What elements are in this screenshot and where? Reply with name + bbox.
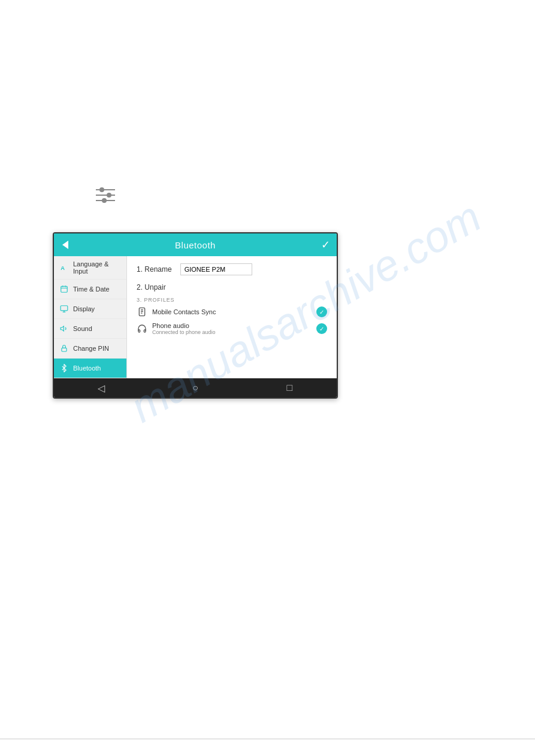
unpair-row[interactable]: 2. Unpair	[137, 281, 327, 292]
sidebar-label-language: Language & Input	[73, 260, 122, 275]
unpair-label[interactable]: 2. Unpair	[137, 283, 166, 292]
svg-text:A: A	[61, 265, 65, 271]
equalizer-icon-area	[95, 184, 116, 206]
sidebar-item-language[interactable]: A Language & Input	[54, 256, 126, 280]
display-icon	[59, 303, 69, 314]
sidebar-label-pin: Change PIN	[73, 345, 109, 352]
top-bar: Bluetooth ✓	[54, 233, 337, 256]
language-icon: A	[59, 262, 69, 273]
bottom-rule	[0, 739, 535, 739]
content-panel: 1. Rename 2. Unpair 3. PROFILES	[127, 256, 337, 378]
profile-check-audio: ✓	[316, 323, 327, 334]
main-content: A Language & Input Time & Date	[54, 256, 337, 378]
screen-title: Bluetooth	[77, 240, 314, 250]
sidebar-label-bluetooth: Bluetooth	[73, 365, 101, 372]
lock-icon	[59, 343, 69, 354]
sidebar-label-sound: Sound	[73, 325, 92, 332]
profile-item-audio[interactable]: Phone audio Connected to phone audio ✓	[137, 322, 327, 335]
svg-rect-5	[61, 306, 68, 311]
svg-rect-9	[62, 348, 67, 351]
sidebar-label-time: Time & Date	[73, 286, 110, 293]
back-arrow-icon	[62, 241, 68, 249]
equalizer-icon	[95, 184, 116, 206]
profile-name-contacts: Mobile Contacts Sync	[152, 308, 316, 315]
profile-text-audio: Phone audio Connected to phone audio	[152, 322, 316, 335]
rename-input[interactable]	[180, 263, 252, 275]
svg-rect-1	[61, 286, 68, 292]
nav-back-button[interactable]: ◁	[92, 378, 111, 397]
profiles-header: 3. PROFILES	[137, 297, 327, 303]
sidebar-item-display[interactable]: Display	[54, 299, 126, 319]
profile-name-audio: Phone audio	[152, 322, 316, 329]
contacts-sync-icon	[137, 306, 147, 317]
confirm-button[interactable]: ✓	[314, 233, 337, 256]
sidebar-label-display: Display	[73, 305, 95, 312]
bottom-nav: ◁ ○ □	[54, 378, 337, 397]
sound-icon	[59, 323, 69, 334]
sidebar-item-time[interactable]: Time & Date	[54, 280, 126, 299]
sidebar-item-pin[interactable]: Change PIN	[54, 339, 126, 359]
sidebar-item-bluetooth[interactable]: Bluetooth	[54, 359, 126, 378]
svg-marker-8	[61, 326, 64, 331]
nav-home-button[interactable]: ○	[186, 378, 205, 397]
nav-recents-button[interactable]: □	[280, 378, 299, 397]
sidebar: A Language & Input Time & Date	[54, 256, 127, 378]
profile-sub-audio: Connected to phone audio	[152, 329, 316, 335]
profile-check-contacts: ✓	[316, 306, 327, 317]
rename-row: 1. Rename	[137, 263, 327, 275]
headphones-icon	[137, 323, 147, 334]
device-screen: Bluetooth ✓ A Language & Input	[53, 232, 338, 399]
sidebar-item-sound[interactable]: Sound	[54, 319, 126, 339]
profile-text-contacts: Mobile Contacts Sync	[152, 308, 316, 315]
calendar-icon	[59, 284, 69, 294]
profile-item-contacts[interactable]: Mobile Contacts Sync ✓	[137, 306, 327, 317]
bluetooth-icon	[59, 363, 69, 374]
rename-label: 1. Rename	[137, 265, 172, 274]
back-button[interactable]	[54, 233, 77, 256]
